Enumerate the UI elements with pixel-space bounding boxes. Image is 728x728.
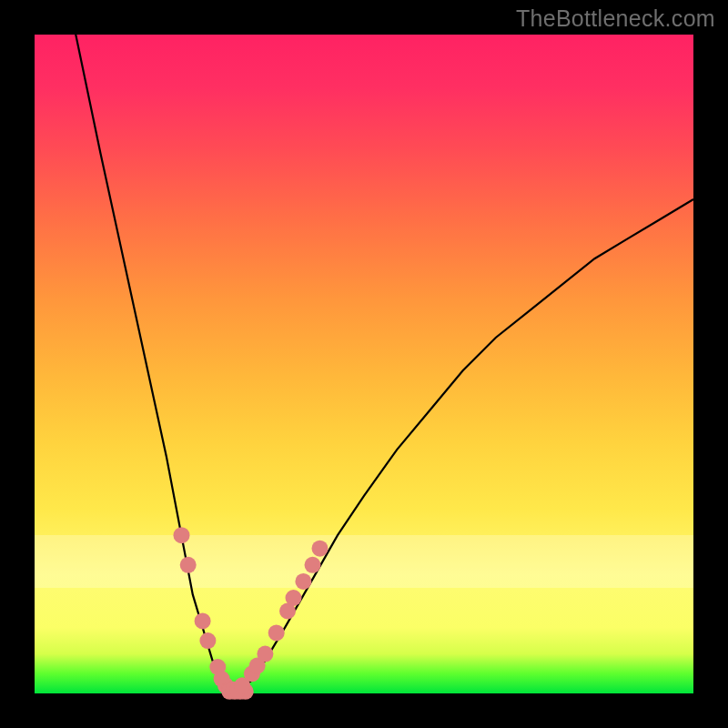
data-dot — [305, 557, 321, 573]
plot-area — [35, 35, 693, 693]
data-dot — [312, 541, 329, 557]
data-dot — [199, 632, 216, 649]
outer-frame: TheBottleneck.com — [0, 0, 728, 728]
data-dot — [195, 612, 211, 629]
watermark-text: TheBottleneck.com — [516, 5, 715, 32]
data-dot — [174, 527, 190, 543]
data-dot — [180, 557, 197, 573]
data-dot — [257, 646, 273, 662]
bottleneck-curve — [35, 0, 693, 693]
data-dot — [286, 590, 302, 606]
data-dot — [295, 573, 311, 590]
data-dot — [268, 624, 285, 641]
chart-svg — [35, 35, 693, 693]
data-dots — [174, 527, 329, 700]
